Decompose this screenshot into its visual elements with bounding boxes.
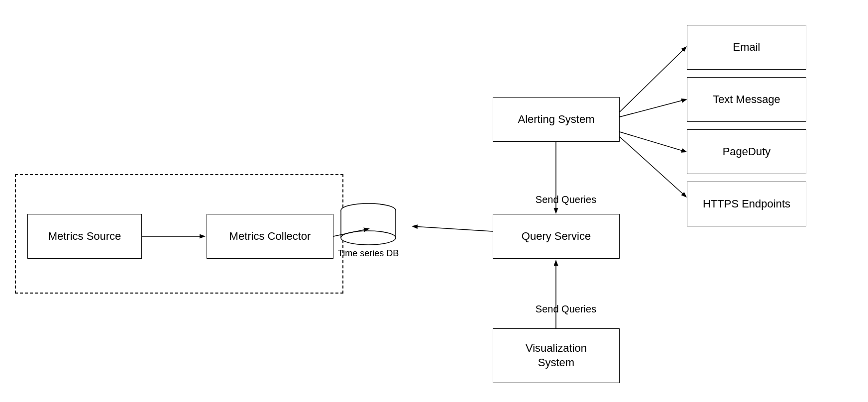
send-queries-bottom-label: Send Queries (526, 303, 606, 315)
query-service-box: Query Service (493, 214, 620, 259)
time-series-db-box: Time series DB (333, 199, 403, 259)
cylinder-icon (338, 201, 398, 246)
visualization-system-box: Visualization System (493, 328, 620, 383)
email-box: Email (687, 25, 806, 70)
svg-line-7 (413, 226, 493, 231)
https-endpoints-box: HTTPS Endpoints (687, 182, 806, 226)
svg-line-12 (620, 132, 686, 152)
svg-line-11 (620, 100, 686, 117)
diagram: Metrics Source Metrics Collector Time se… (0, 0, 868, 402)
send-queries-top-label: Send Queries (526, 194, 606, 205)
text-message-box: Text Message (687, 77, 806, 122)
metrics-collector-box: Metrics Collector (207, 214, 333, 259)
pageduty-box: PageDuty (687, 129, 806, 174)
alerting-system-box: Alerting System (493, 97, 620, 142)
svg-line-10 (620, 47, 686, 112)
time-series-db-label: Time series DB (338, 248, 399, 259)
svg-point-4 (341, 231, 396, 245)
svg-line-13 (620, 137, 686, 197)
metrics-source-box: Metrics Source (27, 214, 142, 259)
